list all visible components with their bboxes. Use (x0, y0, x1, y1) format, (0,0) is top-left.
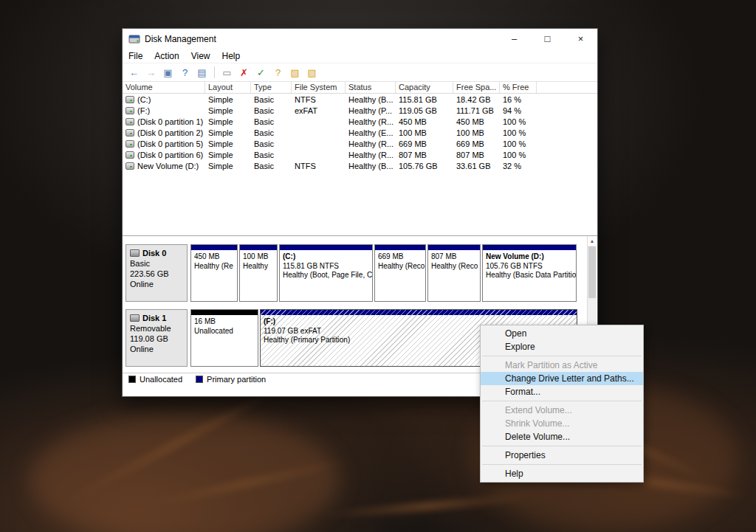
volume-cell: Simple (205, 162, 251, 170)
partition-16mb[interactable]: 16 MBUnallocated (190, 309, 258, 367)
table-row[interactable]: (Disk 0 partition 6)SimpleBasicHealthy (… (123, 149, 597, 160)
disk-status: Online (130, 279, 183, 289)
volume-icon (126, 162, 134, 170)
column-header-status[interactable]: Status (346, 82, 396, 93)
context-menu-item-explore[interactable]: Explore (481, 340, 643, 353)
scroll-up-icon[interactable]: ▲ (588, 236, 597, 246)
close-button[interactable]: × (564, 29, 597, 49)
column-header-file-system[interactable]: File System (292, 82, 346, 93)
column-header-layout[interactable]: Layout (205, 82, 251, 93)
context-menu-item-properties[interactable]: Properties (481, 449, 643, 462)
volume-cell: Simple (205, 95, 251, 104)
menu-action[interactable]: Action (148, 49, 185, 63)
context-menu-item-change-drive-letter-and-paths[interactable]: Change Drive Letter and Paths... (481, 372, 643, 385)
partition-807mb[interactable]: 807 MBHealthy (Reco (427, 244, 481, 302)
volume-cell: 100 % (500, 139, 537, 148)
help-topics-icon[interactable]: ? (270, 65, 286, 80)
legend-primary-label: Primary partition (207, 375, 266, 384)
legend-primary: Primary partition (196, 375, 266, 384)
context-menu-item-extend-volume: Extend Volume... (481, 404, 643, 417)
properties-icon[interactable]: ▤ (194, 65, 210, 80)
disk-kind: Removable (130, 323, 183, 334)
volume-cell: Simple (205, 151, 251, 159)
volume-cell: Basic (251, 95, 292, 104)
menu-separator (482, 356, 642, 356)
volume-cell: 105.76 GB (396, 162, 453, 170)
disk0-partitions: 450 MBHealthy (Re100 MBHealthy(C:)115.81… (190, 244, 583, 302)
volume-cell: NTFS (292, 162, 346, 170)
menu-separator (482, 446, 642, 446)
disk-icon (130, 314, 140, 322)
volume-cell: exFAT (292, 106, 346, 115)
column-header-free[interactable]: % Free (500, 82, 537, 93)
volume-cell: Simple (205, 139, 251, 148)
volume-cell: Healthy (R... (346, 139, 396, 148)
partition-669mb[interactable]: 669 MBHealthy (Reco (374, 244, 426, 302)
titlebar[interactable]: Disk Management – □ × (123, 29, 597, 49)
back-icon[interactable]: ← (126, 65, 142, 80)
app-icon (128, 34, 140, 44)
table-row[interactable]: (F:)SimpleBasicexFATHealthy (P...119.05 … (123, 105, 597, 116)
volume-cell: NTFS (292, 95, 346, 104)
partition-text: 807 MBHealthy (Reco (428, 250, 480, 273)
partition-type-stripe (428, 245, 480, 250)
help-icon[interactable]: ? (177, 65, 193, 80)
column-header-volume[interactable]: Volume (123, 82, 205, 93)
partition-type-stripe (240, 245, 277, 250)
table-row[interactable]: (Disk 0 partition 1)SimpleBasicHealthy (… (123, 116, 597, 127)
mark-active-icon[interactable]: ✓ (253, 65, 269, 80)
minimize-button[interactable]: – (498, 29, 531, 49)
open-folder-icon[interactable]: ▨ (287, 65, 303, 80)
volume-cell: 450 MB (453, 117, 500, 126)
context-menu-item-help[interactable]: Help (481, 467, 643, 480)
toolbar-separator (214, 66, 215, 78)
volume-cell: 100 % (500, 128, 537, 137)
table-row[interactable]: (C:)SimpleBasicNTFSHealthy (B...115.81 G… (123, 94, 597, 105)
volume-icon (126, 96, 134, 103)
column-header-capacity[interactable]: Capacity (396, 82, 453, 93)
partition-newvolumed[interactable]: New Volume (D:)105.76 GB NTFSHealthy (Ba… (482, 244, 577, 302)
volume-cell: 450 MB (396, 117, 453, 126)
volume-cell: Healthy (R... (346, 117, 396, 126)
volume-cell: 807 MB (396, 151, 453, 159)
volume-cell: 16 % (500, 95, 537, 104)
table-row[interactable]: (Disk 0 partition 5)SimpleBasicHealthy (… (123, 138, 597, 149)
volume-cell: 119.05 GB (396, 106, 453, 115)
partition-text: 100 MBHealthy (240, 250, 277, 273)
volume-cell: 100 MB (453, 128, 500, 137)
volume-cell: Basic (251, 106, 292, 115)
table-row[interactable]: New Volume (D:)SimpleBasicNTFSHealthy (B… (123, 160, 597, 171)
volume-cell: 94 % (500, 106, 537, 115)
column-header-free-spa[interactable]: Free Spa... (453, 82, 500, 93)
volume-cell: Healthy (R... (346, 151, 396, 159)
show-console-tree-icon[interactable]: ▣ (160, 65, 176, 80)
volume-icon (126, 151, 134, 159)
window-title: Disk Management (145, 34, 498, 44)
partition-c[interactable]: (C:)115.81 GB NTFSHealthy (Boot, Page Fi… (279, 244, 373, 302)
disk1-label[interactable]: Disk 1 Removable 119.08 GB Online (126, 309, 188, 367)
table-row[interactable]: (Disk 0 partition 2)SimpleBasicHealthy (… (123, 127, 597, 138)
disk-size: 119.08 GB (130, 334, 183, 344)
volume-cell: 18.42 GB (453, 95, 500, 104)
context-menu-item-open[interactable]: Open (481, 327, 643, 340)
delete-volume-icon[interactable]: ✗ (236, 65, 252, 80)
partition-100mb[interactable]: 100 MBHealthy (239, 244, 278, 302)
disk-icon (130, 249, 140, 257)
column-header-type[interactable]: Type (251, 82, 292, 93)
partition-450mb[interactable]: 450 MBHealthy (Re (190, 244, 238, 302)
explore-folder-icon[interactable]: ▧ (304, 65, 320, 80)
context-menu-item-format[interactable]: Format... (481, 385, 643, 398)
menu-help[interactable]: Help (216, 49, 247, 63)
volume-cell: Basic (251, 128, 292, 137)
menu-file[interactable]: File (123, 49, 148, 63)
maximize-button[interactable]: □ (531, 29, 564, 49)
partition-type-stripe (375, 245, 425, 250)
forward-icon[interactable]: → (143, 65, 159, 80)
disk0-label[interactable]: Disk 0 Basic 223.56 GB Online (126, 244, 188, 302)
context-menu-item-delete-volume[interactable]: Delete Volume... (481, 430, 643, 443)
legend-unallocated-label: Unallocated (140, 375, 182, 384)
desktop: { "colors": { "primary_partition": "#000… (0, 0, 756, 532)
scrollbar-thumb[interactable] (588, 246, 596, 298)
menu-view[interactable]: View (185, 49, 216, 63)
action-pane-icon[interactable]: ▭ (219, 65, 235, 80)
